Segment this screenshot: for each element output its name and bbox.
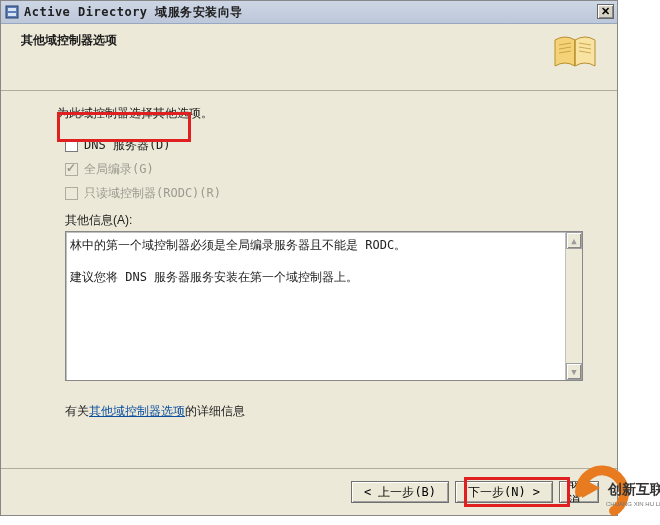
back-button[interactable]: < 上一步(B)	[351, 481, 449, 503]
wizard-body: 为此域控制器选择其他选项。 DNS 服务器(D) 全局编录(G) 只读域控制器(…	[1, 91, 617, 420]
gc-checkbox	[65, 163, 78, 176]
scroll-up-button[interactable]: ▲	[566, 232, 582, 249]
cancel-button[interactable]: 取消	[559, 481, 599, 503]
rodc-checkbox-label: 只读域控制器(RODC)(R)	[84, 185, 221, 202]
banner-book-icon	[553, 32, 599, 72]
svg-rect-2	[8, 13, 16, 16]
option-rodc-row: 只读域控制器(RODC)(R)	[65, 184, 617, 202]
info-textbox[interactable]: 林中的第一个域控制器必须是全局编录服务器且不能是 RODC。 建议您将 DNS …	[65, 231, 583, 381]
svg-rect-1	[8, 8, 16, 11]
more-prefix: 有关	[65, 404, 89, 418]
svg-rect-0	[6, 6, 18, 18]
next-button[interactable]: 下一步(N) >	[455, 481, 553, 503]
window-title: Active Directory 域服务安装向导	[24, 4, 243, 21]
info-line-1: 林中的第一个域控制器必须是全局编录服务器且不能是 RODC。	[70, 236, 562, 254]
scroll-track[interactable]	[566, 249, 582, 363]
more-info-link[interactable]: 其他域控制器选项	[89, 404, 185, 418]
option-dns-row[interactable]: DNS 服务器(D)	[65, 136, 617, 154]
scroll-down-button[interactable]: ▼	[566, 363, 582, 380]
wizard-footer: < 上一步(B) 下一步(N) > 取消	[1, 468, 617, 515]
gc-checkbox-label: 全局编录(G)	[84, 161, 154, 178]
dns-checkbox[interactable]	[65, 139, 78, 152]
option-gc-row: 全局编录(G)	[65, 160, 617, 178]
scrollbar[interactable]: ▲ ▼	[565, 232, 582, 380]
app-icon	[5, 5, 19, 19]
rodc-checkbox	[65, 187, 78, 200]
wizard-window: Active Directory 域服务安装向导 ✕ 其他域控制器选项 为此域控…	[0, 0, 618, 516]
info-line-2: 建议您将 DNS 服务器服务安装在第一个域控制器上。	[70, 268, 562, 286]
dns-checkbox-label: DNS 服务器(D)	[84, 137, 171, 154]
close-icon: ✕	[601, 6, 610, 17]
page-heading: 其他域控制器选项	[21, 32, 617, 49]
close-button[interactable]: ✕	[597, 4, 614, 19]
more-info-row: 有关其他域控制器选项的详细信息	[65, 403, 617, 420]
info-label: 其他信息(A):	[65, 212, 617, 229]
wizard-header: 其他域控制器选项	[1, 24, 617, 91]
more-suffix: 的详细信息	[185, 404, 245, 418]
titlebar: Active Directory 域服务安装向导 ✕	[1, 1, 617, 24]
instruction-text: 为此域控制器选择其他选项。	[57, 105, 617, 122]
